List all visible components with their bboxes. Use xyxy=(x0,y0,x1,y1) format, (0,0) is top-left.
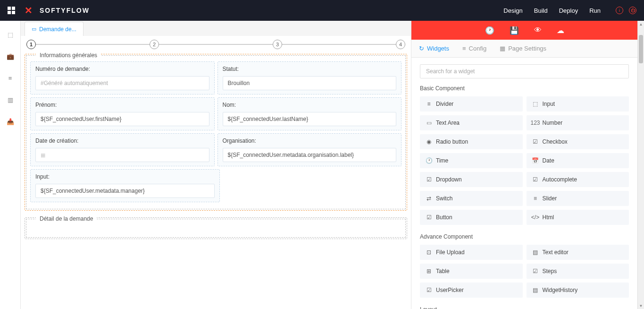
widget-icon: ≡ xyxy=(532,195,539,202)
widget-search[interactable]: Search for a widget xyxy=(420,64,629,78)
field-input[interactable]: ${SF_connectedUser.metadata.organisation… xyxy=(223,148,397,162)
archive-icon[interactable]: 📥 xyxy=(6,117,15,126)
widget-icon: ≡ xyxy=(426,101,432,107)
field-input-manager[interactable]: Input: ${SF_connectedUser.metadata.manag… xyxy=(30,169,220,202)
database-icon[interactable]: ≡ xyxy=(6,74,15,82)
crop-icon[interactable]: ⬚ xyxy=(6,30,15,39)
field-label: Statut: xyxy=(223,66,397,72)
widget-item[interactable]: </>Html xyxy=(527,210,629,225)
widget-icon: ☑ xyxy=(532,176,539,183)
apps-icon[interactable] xyxy=(8,7,15,14)
widget-label: Steps xyxy=(543,268,557,275)
widget-item[interactable]: ☑Button xyxy=(420,210,523,225)
field-label: Date de création: xyxy=(35,137,209,144)
widget-icon: ☑ xyxy=(426,176,432,183)
widget-item[interactable]: ☑UserPicker xyxy=(420,283,523,298)
power-icon[interactable]: ⏻ xyxy=(629,7,636,14)
preview-icon[interactable]: 👁 xyxy=(534,26,542,34)
widget-label: Time xyxy=(436,157,448,164)
nav-build[interactable]: Build xyxy=(534,7,548,14)
page-icon: ▦ xyxy=(500,45,505,52)
widget-item[interactable]: ☑Steps xyxy=(527,264,629,279)
field-input[interactable]: ▦ xyxy=(35,148,209,162)
nav-run[interactable]: Run xyxy=(589,7,601,14)
widget-item[interactable]: ⇄Switch xyxy=(420,191,523,206)
widget-item[interactable]: ☑Autocomplete xyxy=(527,172,629,187)
step-2[interactable]: 2 xyxy=(150,40,159,49)
widget-item[interactable]: ⬚Input xyxy=(527,96,629,112)
widget-item[interactable]: ☑Dropdown xyxy=(420,172,523,187)
field-date[interactable]: Date de création: ▦ xyxy=(30,133,215,166)
nav-design[interactable]: Design xyxy=(503,7,522,14)
chart-icon[interactable]: ▥ xyxy=(6,95,15,104)
widget-icon: 123 xyxy=(532,120,539,126)
widget-item[interactable]: ☑Checkbox xyxy=(527,134,629,149)
widget-item[interactable]: ◉Radio button xyxy=(420,134,523,149)
scroll-down-icon[interactable]: ▼ xyxy=(638,302,644,309)
app-header: ✕ SOFTYFLOW Design Build Deploy Run i ⏻ xyxy=(0,0,644,21)
widget-label: Radio button xyxy=(436,138,468,145)
widget-icon: ▭ xyxy=(426,120,432,126)
save-icon[interactable]: 💾 xyxy=(510,26,519,35)
step-1[interactable]: 1 xyxy=(26,40,36,49)
scroll-thumb[interactable] xyxy=(639,35,643,63)
field-organisation[interactable]: Organisation: ${SF_connectedUser.metadat… xyxy=(217,133,402,166)
widget-item[interactable]: ⊞Table xyxy=(420,264,523,279)
field-input[interactable]: Brouillon xyxy=(223,76,397,90)
tab-widgets[interactable]: ↻Widgets xyxy=(419,45,449,52)
field-label: Input: xyxy=(35,173,215,180)
field-statut[interactable]: Statut: Brouillon xyxy=(217,61,402,94)
widget-item[interactable]: 📅Date xyxy=(527,153,629,168)
widget-label: Text editor xyxy=(543,249,569,256)
briefcase-icon[interactable]: 💼 xyxy=(6,52,15,60)
sidebar-left: ⬚ 💼 ≡ ▥ 📥 xyxy=(0,21,21,309)
widget-item[interactable]: ≡Divider xyxy=(420,96,523,112)
info-icon[interactable]: i xyxy=(616,7,623,14)
field-input[interactable]: ${SF_connectedUser.firstName} xyxy=(35,112,209,126)
field-input[interactable]: ${SF_connectedUser.metadata.manager} xyxy=(35,184,215,198)
field-input[interactable]: #Généré automatiquement xyxy=(35,76,209,90)
field-prenom[interactable]: Prénom: ${SF_connectedUser.firstName} xyxy=(30,97,215,130)
widget-group-title: Layout xyxy=(420,306,629,309)
design-canvas[interactable]: 1 2 3 4 Informations générales Numéro de… xyxy=(21,36,411,309)
field-input[interactable]: ${SF_connectedUser.lastName} xyxy=(223,112,397,126)
step-4[interactable]: 4 xyxy=(396,40,405,49)
widget-label: Button xyxy=(436,214,452,221)
section-informations[interactable]: Informations générales Numéro de demande… xyxy=(25,54,407,211)
widget-icon: ⇄ xyxy=(426,195,432,202)
field-label: Nom: xyxy=(223,102,397,108)
widget-item[interactable]: ▤Text editor xyxy=(527,245,629,260)
nav-deploy[interactable]: Deploy xyxy=(559,7,578,14)
widget-item[interactable]: ⊡File Upload xyxy=(420,245,523,260)
widget-label: Divider xyxy=(436,101,453,107)
widget-icon: ⊞ xyxy=(426,268,432,275)
scrollbar[interactable]: ▲ ▼ xyxy=(637,21,644,309)
widget-item[interactable]: ▭Text Area xyxy=(420,115,523,130)
stepper: 1 2 3 4 xyxy=(25,40,407,49)
widget-label: Number xyxy=(543,120,563,126)
field-numero[interactable]: Numéro de demande: #Généré automatiqueme… xyxy=(30,61,215,94)
section-detail[interactable]: Détail de la demande xyxy=(25,217,407,239)
form-icon: ▭ xyxy=(32,26,36,32)
history-icon[interactable]: 🕐 xyxy=(485,26,494,35)
step-3[interactable]: 3 xyxy=(273,40,282,49)
tab-config[interactable]: ≡Config xyxy=(462,45,486,52)
cloud-icon[interactable]: ☁ xyxy=(557,26,564,35)
field-nom[interactable]: Nom: ${SF_connectedUser.lastName} xyxy=(217,97,402,130)
calendar-icon: ▦ xyxy=(41,152,45,158)
panel-tabs: ↻Widgets ≡Config ▦Page Settings xyxy=(411,40,637,58)
tab-label: Demande de... xyxy=(39,26,76,33)
widget-label: UserPicker xyxy=(436,287,464,293)
widget-item[interactable]: ▤WidgetHistory xyxy=(527,283,629,298)
widget-item[interactable]: ≡Slider xyxy=(527,191,629,206)
widget-icon: ⊡ xyxy=(426,249,432,256)
widget-item[interactable]: 123Number xyxy=(527,115,629,130)
scroll-up-icon[interactable]: ▲ xyxy=(638,21,644,27)
panel-toolbar: 🕐 💾 👁 ☁ xyxy=(411,21,637,40)
widget-icon: ▤ xyxy=(532,249,539,256)
tab-page-settings[interactable]: ▦Page Settings xyxy=(500,45,546,52)
widget-label: Autocomplete xyxy=(543,176,577,183)
widget-icon: </> xyxy=(532,214,539,221)
tab-active[interactable]: ▭ Demande de... xyxy=(25,22,84,36)
widget-item[interactable]: 🕐Time xyxy=(420,153,523,168)
